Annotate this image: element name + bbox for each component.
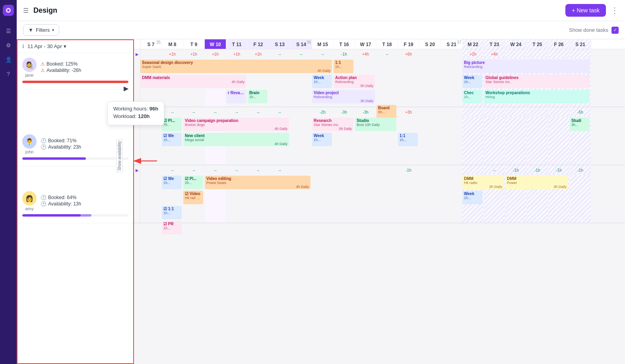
- app-logo[interactable]: [3, 5, 14, 16]
- nav-home-icon[interactable]: ☰: [3, 25, 14, 37]
- new-task-button[interactable]: + New task: [565, 4, 606, 17]
- task-john-studi[interactable]: Studi3h...: [570, 118, 590, 131]
- task-john-new-client[interactable]: New clientMega social4h Daily: [183, 133, 289, 146]
- hour-cell-jane-18: [527, 49, 548, 59]
- hour-cell-john-13: [419, 107, 441, 117]
- progress-fill-jane: [22, 81, 128, 83]
- menu-icon[interactable]: ☰: [23, 7, 29, 14]
- hour-cell-amy-7: [291, 165, 312, 175]
- svg-point-1: [7, 9, 10, 12]
- show-done-toggle[interactable]: ✓: [611, 27, 619, 34]
- col-header-13: S 20: [419, 39, 441, 49]
- task-john-☑-we[interactable]: ☑ We1h...: [162, 133, 182, 146]
- task-jane-board[interactable]: Board5h...: [377, 105, 396, 118]
- col-header-14: 37S 21: [441, 39, 462, 49]
- progress-fill-amy-light: [81, 214, 91, 217]
- task-jane-week[interactable]: Week1h...: [312, 75, 332, 88]
- task-john-video-campaign-preparation[interactable]: Video campaign preparationBoston dogs4h …: [183, 118, 289, 131]
- expand-jane[interactable]: ▶: [134, 49, 140, 59]
- col-header-8: M 15: [312, 39, 334, 49]
- avail-label-jane: Availability: -26h: [47, 68, 81, 73]
- hour-cell-john-17: [505, 107, 527, 117]
- task-john-week[interactable]: Week1h...: [312, 133, 332, 146]
- task-amy-video-editing[interactable]: Video editingPower beats4h Daily: [205, 176, 311, 189]
- task-amy-☑-pr[interactable]: ☑ PR1h...: [162, 221, 182, 234]
- task-jane-1:1[interactable]: 1:11h...: [334, 60, 353, 73]
- col-header-18: T 25: [527, 39, 548, 49]
- hour-cell-john-10: -3h: [355, 107, 377, 117]
- col-header-0: 35S 7: [140, 39, 162, 49]
- col-header-4: T 11: [226, 39, 248, 49]
- task-amy-week[interactable]: Week1h...: [462, 191, 482, 204]
- hour-cell-amy-13: [419, 165, 441, 175]
- avail-label-john: Availability: 23h: [48, 144, 81, 150]
- hour-cell-john-14: [441, 107, 462, 117]
- task-john-studio[interactable]: StudioBost 10h Daily: [355, 118, 396, 131]
- progress-bar-amy: [22, 214, 128, 217]
- date-range-button[interactable]: 11 Apr - 30 Apr ▾: [27, 43, 66, 49]
- person-stats-john: 🕐 Booked: 71% 🕐 Availability: 23h: [41, 138, 128, 151]
- hour-cell-amy-20: -1h: [570, 165, 591, 175]
- hour-cell-amy-9: [334, 165, 355, 175]
- task-jane-action-plan[interactable]: Action planRebranding5h Daily: [334, 75, 375, 88]
- task-john-research[interactable]: ResearchStar Stories Inc.5h Daily: [312, 118, 353, 131]
- main-container: ☰ Design + New task ⋮ ▼ Filters ▾ Show d…: [17, 0, 625, 364]
- calendar-body: ▶+1h+1h+1h+1h+1h-------1h+4h--+6h+2h+4hS…: [134, 49, 625, 364]
- person-stats-amy: 🕐 Booked: 64% 🕐 Availability: 13h: [41, 195, 128, 207]
- task-jane-week[interactable]: Week1h...: [462, 75, 482, 88]
- task-amy-☑-we[interactable]: ☑ We1h...: [162, 176, 182, 189]
- task-amy-☑-pl...[interactable]: ☑ Pl...2h...: [183, 176, 203, 189]
- nav-settings-icon[interactable]: ⚙: [3, 40, 14, 51]
- task-jane-chec[interactable]: Chec1h...: [462, 90, 482, 103]
- hour-cell-amy-4: --: [226, 165, 248, 175]
- col-header-3: W 10: [205, 39, 226, 49]
- booked-clock-icon-john: 🕐: [41, 138, 47, 143]
- hour-cell-john-12: +3h: [398, 107, 419, 117]
- col-header-11: T 18: [377, 39, 398, 49]
- hour-cell-amy-1: --: [162, 165, 183, 175]
- task-jane-big-picture[interactable]: Big pictureRebranding: [462, 60, 590, 73]
- page-title: Design: [33, 6, 561, 15]
- filter-icon: ▼: [28, 27, 33, 33]
- col-header-7: 36S 14: [291, 39, 312, 49]
- show-availability-strip[interactable]: Show availability: [116, 139, 123, 172]
- tooltip-workload-label: Workload:: [113, 113, 134, 119]
- task-jane-workshop-preparations[interactable]: Workshop preparationsHiring: [484, 90, 590, 103]
- nav-users-icon[interactable]: 👤: [3, 54, 14, 65]
- person-card-amy: 👩 amy 🕐 Booked: 64% 🕐 Availability: 13h: [17, 186, 133, 223]
- hour-cell-jane-17: [505, 49, 527, 59]
- filter-label: Filters: [36, 27, 50, 33]
- task-jane-global-guidelines[interactable]: Global guidelinesStar Stories Inc.: [484, 75, 590, 88]
- col-header-17: W 24: [505, 39, 527, 49]
- task-john-☑-pl...[interactable]: ☑ Pl...7h...: [162, 118, 182, 131]
- task-jane-dmm-materials[interactable]: DMM materials4h Daily: [140, 75, 246, 88]
- task-jane-seasonal-design-discovery[interactable]: Seasonal design discoverySuper SaaS4h Da…: [140, 60, 332, 73]
- task-jane-brain[interactable]: Brain1h...: [248, 90, 268, 103]
- hour-cell-john-1: --: [162, 107, 183, 117]
- more-options-button[interactable]: ⋮: [611, 6, 619, 15]
- hour-cell-amy-12: -1h: [398, 165, 419, 175]
- avail-label-amy: Availability: 13h: [48, 201, 81, 207]
- progress-bar-john: [22, 157, 128, 160]
- task-amy-dmm[interactable]: DMMHit radio3h Daily: [462, 176, 504, 189]
- booked-label-amy: Booked: 64%: [48, 195, 76, 200]
- person-stats-jane: ⚠ Booked: 125% ⚠ Availability: -26h: [41, 61, 128, 74]
- col-header-15: M 22: [462, 39, 484, 49]
- show-done-label: Show done tasks: [569, 27, 608, 33]
- people-sidebar: ℹ 11 Apr - 30 Apr ▾ 👩‍🎨 jane ⚠: [17, 39, 134, 364]
- col-header-12: F 19: [398, 39, 419, 49]
- hour-cell-amy-16: --: [484, 165, 505, 175]
- task-jane-r-revamp[interactable]: r Revamp: [226, 90, 246, 103]
- hour-cell-jane-16: +4h: [484, 49, 505, 59]
- nav-help-icon[interactable]: ?: [3, 68, 14, 79]
- col-header-5: F 12: [248, 39, 269, 49]
- filter-button[interactable]: ▼ Filters ▾: [23, 24, 59, 36]
- task-amy-dmm[interactable]: DMMPower3h Daily: [505, 176, 568, 189]
- task-amy-☑-video[interactable]: ☑ VideoHit rad 1h Daily: [183, 191, 203, 204]
- task-amy-☑-1:1[interactable]: ☑ 1:11h...: [162, 206, 182, 219]
- hour-cell-jane-11: --: [377, 49, 398, 59]
- task-jane-video-project[interactable]: Video projectRebranding3h Daily: [312, 90, 375, 103]
- task-john-1:1[interactable]: 1:11h...: [398, 133, 418, 146]
- expand-amy[interactable]: ▶: [134, 165, 140, 175]
- col-header-6: S 13: [269, 39, 291, 49]
